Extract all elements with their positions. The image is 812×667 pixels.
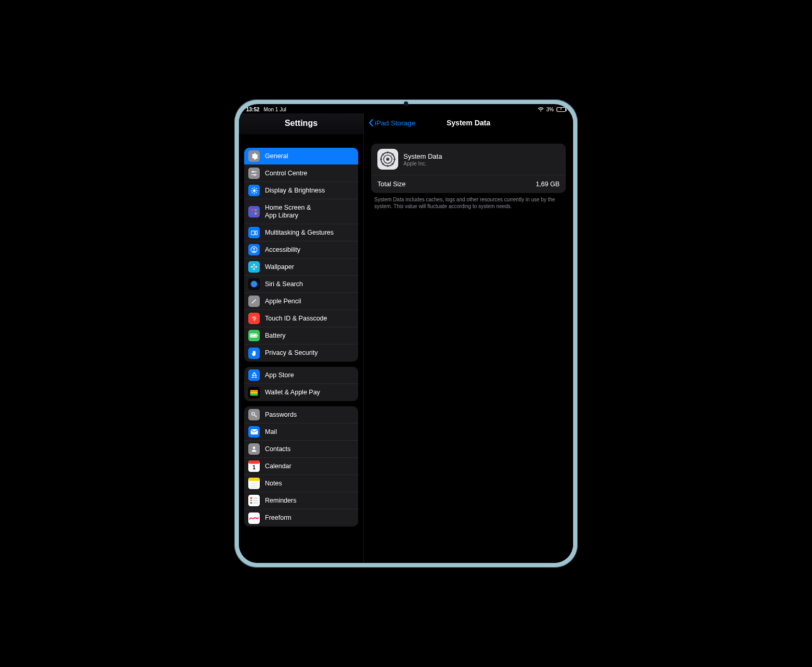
contacts-icon	[248, 443, 260, 455]
total-size-row: Total Size 1,69 GB	[371, 175, 566, 193]
size-value: 1,69 GB	[536, 181, 560, 188]
mail-icon	[248, 426, 260, 438]
svg-rect-33	[250, 392, 258, 394]
svg-rect-15	[251, 212, 253, 214]
detail-pane: iPad Storage System Data	[364, 113, 573, 563]
sidebar-item-label: Passwords	[265, 411, 297, 418]
sidebar-item-label: Display & Brightness	[265, 187, 325, 194]
sidebar-item-label: Privacy & Security	[265, 349, 318, 356]
settings-app-icon	[377, 149, 398, 170]
sidebar-item-label: Battery	[265, 332, 286, 339]
svg-rect-13	[251, 209, 253, 211]
control-centre-icon	[248, 168, 260, 179]
ipad-frame: 13:52 Mon 1 Jul 3% ⚡︎ Settings GeneralCo…	[234, 99, 578, 568]
screen: 13:52 Mon 1 Jul 3% ⚡︎ Settings GeneralCo…	[239, 104, 573, 563]
siri-icon	[248, 278, 260, 290]
detail-header: iPad Storage System Data	[364, 113, 573, 132]
back-button[interactable]: iPad Storage	[368, 119, 415, 127]
svg-point-47	[250, 497, 252, 499]
sidebar-item-label: Home Screen &App Library	[265, 204, 311, 219]
svg-rect-29	[251, 335, 256, 337]
display-icon	[248, 185, 260, 196]
svg-rect-42	[248, 478, 260, 481]
sidebar-item-battery[interactable]: Battery	[244, 327, 358, 344]
sidebar-item-label: Multitasking & Gestures	[265, 229, 334, 236]
front-camera	[404, 101, 408, 106]
svg-line-10	[256, 192, 256, 193]
sidebar-item-notes[interactable]: Notes	[244, 475, 358, 492]
sidebar-item-home-screen[interactable]: Home Screen &App Library	[244, 199, 358, 224]
reminders-icon	[248, 495, 260, 506]
sidebar-title: Settings	[239, 113, 363, 134]
svg-line-9	[252, 188, 252, 189]
sidebar-item-privacy[interactable]: Privacy & Security	[244, 344, 358, 362]
sidebar-item-accessibility[interactable]: Accessibility	[244, 241, 358, 259]
status-time: 13:52	[246, 107, 260, 112]
home-screen-icon	[248, 206, 260, 217]
battery-percent: 3%	[547, 107, 554, 112]
sidebar-item-mail[interactable]: Mail	[244, 424, 358, 441]
sidebar-item-pencil[interactable]: Apple Pencil	[244, 293, 358, 310]
sidebar-item-touchid[interactable]: Touch ID & Passcode	[244, 310, 358, 327]
sidebar-item-label: Reminders	[265, 497, 296, 504]
sidebar-item-control-centre[interactable]: Control Centre	[244, 165, 358, 182]
sidebar-item-label: Mail	[265, 428, 277, 435]
svg-point-22	[253, 264, 255, 266]
wifi-icon	[538, 107, 544, 112]
chevron-left-icon	[368, 119, 374, 127]
sidebar-item-reminders[interactable]: Reminders	[244, 492, 358, 509]
appstore-icon	[248, 369, 260, 381]
sidebar-item-label: Freeform	[265, 514, 291, 521]
svg-point-23	[253, 268, 255, 270]
svg-point-25	[255, 266, 257, 268]
touchid-icon	[248, 313, 260, 324]
svg-rect-30	[257, 335, 258, 337]
sidebar-item-siri[interactable]: Siri & Search	[244, 276, 358, 293]
pencil-icon	[248, 296, 260, 307]
battery-icon	[248, 330, 260, 341]
svg-line-11	[252, 192, 252, 193]
svg-text:1: 1	[252, 465, 256, 470]
privacy-icon	[248, 348, 260, 359]
sidebar-item-display[interactable]: Display & Brightness	[244, 182, 358, 199]
sidebar-item-general[interactable]: General	[244, 148, 358, 165]
svg-point-27	[250, 280, 258, 288]
calendar-icon: 1	[248, 460, 260, 472]
svg-rect-18	[255, 230, 257, 235]
sidebar-item-wallpaper[interactable]: Wallpaper	[244, 259, 358, 276]
sidebar-item-label: Wallet & Apple Pay	[265, 389, 320, 396]
sidebar[interactable]: Settings GeneralControl CentreDisplay & …	[239, 113, 364, 563]
system-data-card: System Data Apple Inc. Total Size 1,69 G…	[371, 144, 566, 193]
svg-rect-14	[255, 209, 257, 211]
svg-point-4	[253, 189, 256, 192]
svg-rect-39	[248, 460, 260, 464]
footer-text: System Data includes caches, logs and ot…	[371, 193, 566, 210]
svg-point-20	[253, 248, 255, 250]
sidebar-item-label: Touch ID & Passcode	[265, 315, 327, 322]
svg-rect-17	[251, 230, 254, 235]
sidebar-item-calendar[interactable]: 1Calendar	[244, 458, 358, 475]
sidebar-item-label: Contacts	[265, 445, 290, 453]
sidebar-item-multitask[interactable]: Multitasking & Gestures	[244, 224, 358, 241]
sidebar-item-appstore[interactable]: App Store	[244, 367, 358, 384]
back-label: iPad Storage	[375, 119, 415, 127]
sidebar-item-label: Control Centre	[265, 170, 307, 177]
size-label: Total Size	[377, 181, 405, 188]
passwords-icon	[248, 409, 260, 420]
sidebar-item-label: Calendar	[265, 463, 291, 470]
svg-rect-34	[250, 393, 258, 395]
card-subtitle: Apple Inc.	[403, 161, 442, 166]
sidebar-item-label: Apple Pencil	[265, 298, 301, 305]
sidebar-item-label: App Store	[265, 371, 294, 379]
svg-point-3	[254, 174, 256, 175]
sidebar-item-contacts[interactable]: Contacts	[244, 441, 358, 458]
charging-icon: ⚡︎	[560, 107, 563, 111]
sidebar-item-freeform[interactable]: Freeform	[244, 509, 358, 527]
svg-line-12	[256, 188, 256, 189]
svg-point-21	[253, 266, 255, 268]
svg-point-48	[250, 499, 252, 502]
sidebar-item-passwords[interactable]: Passwords	[244, 406, 358, 424]
sidebar-item-wallet[interactable]: Wallet & Apple Pay	[244, 384, 358, 401]
svg-point-49	[250, 502, 252, 504]
wallet-icon	[248, 387, 260, 399]
